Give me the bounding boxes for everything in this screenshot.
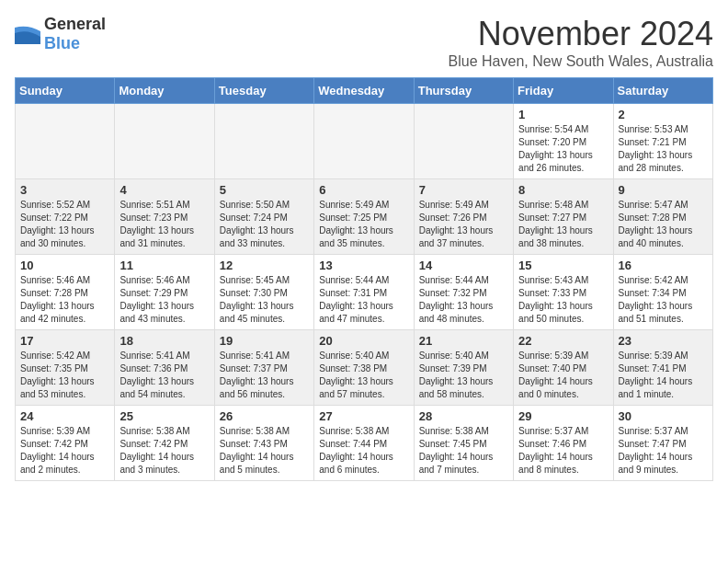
day-number: 13: [319, 259, 408, 272]
calendar-cell: 10Sunrise: 5:46 AM Sunset: 7:28 PM Dayli…: [16, 255, 115, 330]
calendar-cell: 24Sunrise: 5:39 AM Sunset: 7:42 PM Dayli…: [16, 406, 115, 481]
day-info: Sunrise: 5:49 AM Sunset: 7:26 PM Dayligh…: [419, 200, 494, 248]
day-number: 17: [20, 334, 109, 348]
calendar-cell: 26Sunrise: 5:38 AM Sunset: 7:43 PM Dayli…: [214, 406, 313, 481]
week-row-4: 17Sunrise: 5:42 AM Sunset: 7:35 PM Dayli…: [16, 330, 713, 406]
calendar-cell: 12Sunrise: 5:45 AM Sunset: 7:30 PM Dayli…: [214, 255, 313, 330]
day-info: Sunrise: 5:54 AM Sunset: 7:20 PM Dayligh…: [518, 124, 593, 173]
calendar-cell: 16Sunrise: 5:42 AM Sunset: 7:34 PM Dayli…: [613, 255, 712, 330]
logo-general: General: [44, 15, 106, 33]
day-info: Sunrise: 5:37 AM Sunset: 7:47 PM Dayligh…: [619, 426, 693, 475]
day-number: 24: [20, 409, 109, 423]
week-row-2: 3Sunrise: 5:52 AM Sunset: 7:22 PM Daylig…: [16, 179, 713, 255]
calendar-cell: 4Sunrise: 5:51 AM Sunset: 7:23 PM Daylig…: [115, 179, 214, 255]
day-number: 26: [220, 409, 309, 423]
header: General Blue November 2024 Blue Haven, N…: [15, 15, 713, 70]
day-number: 2: [619, 108, 708, 121]
calendar-cell: 14Sunrise: 5:44 AM Sunset: 7:32 PM Dayli…: [414, 255, 513, 330]
day-info: Sunrise: 5:39 AM Sunset: 7:41 PM Dayligh…: [619, 350, 693, 399]
calendar-cell: 22Sunrise: 5:39 AM Sunset: 7:40 PM Dayli…: [514, 330, 613, 406]
calendar-cell: 20Sunrise: 5:40 AM Sunset: 7:38 PM Dayli…: [314, 330, 414, 406]
day-info: Sunrise: 5:42 AM Sunset: 7:35 PM Dayligh…: [20, 350, 95, 399]
day-number: 29: [518, 409, 608, 423]
calendar-cell: 18Sunrise: 5:41 AM Sunset: 7:36 PM Dayli…: [115, 330, 214, 406]
calendar-cell: 25Sunrise: 5:38 AM Sunset: 7:42 PM Dayli…: [115, 406, 214, 481]
logo-icon: [15, 24, 40, 44]
day-info: Sunrise: 5:47 AM Sunset: 7:28 PM Dayligh…: [619, 200, 693, 248]
calendar-cell: 28Sunrise: 5:38 AM Sunset: 7:45 PM Dayli…: [414, 406, 513, 481]
day-number: 5: [220, 183, 309, 197]
day-number: 11: [119, 259, 209, 272]
day-header-sunday: Sunday: [16, 78, 115, 104]
day-number: 21: [419, 334, 508, 348]
day-info: Sunrise: 5:37 AM Sunset: 7:46 PM Dayligh…: [518, 426, 593, 475]
day-number: 27: [319, 409, 408, 423]
day-info: Sunrise: 5:40 AM Sunset: 7:38 PM Dayligh…: [319, 350, 393, 399]
day-number: 14: [419, 259, 508, 272]
day-header-saturday: Saturday: [613, 78, 712, 104]
day-info: Sunrise: 5:39 AM Sunset: 7:42 PM Dayligh…: [20, 426, 95, 475]
calendar-cell: 15Sunrise: 5:43 AM Sunset: 7:33 PM Dayli…: [514, 255, 613, 330]
day-number: 30: [619, 409, 708, 423]
week-row-3: 10Sunrise: 5:46 AM Sunset: 7:28 PM Dayli…: [16, 255, 713, 330]
calendar-cell: [115, 104, 214, 179]
day-number: 6: [319, 183, 408, 197]
day-info: Sunrise: 5:44 AM Sunset: 7:32 PM Dayligh…: [419, 275, 494, 324]
calendar-cell: [16, 104, 115, 179]
day-number: 4: [119, 183, 209, 197]
day-number: 10: [20, 259, 109, 272]
calendar-table: SundayMondayTuesdayWednesdayThursdayFrid…: [15, 77, 713, 481]
calendar-cell: 5Sunrise: 5:50 AM Sunset: 7:24 PM Daylig…: [214, 179, 313, 255]
day-number: 15: [518, 259, 608, 272]
day-info: Sunrise: 5:42 AM Sunset: 7:34 PM Dayligh…: [619, 275, 693, 324]
day-info: Sunrise: 5:38 AM Sunset: 7:42 PM Dayligh…: [119, 426, 194, 475]
day-info: Sunrise: 5:49 AM Sunset: 7:25 PM Dayligh…: [319, 200, 393, 248]
day-number: 28: [419, 409, 508, 423]
day-info: Sunrise: 5:41 AM Sunset: 7:37 PM Dayligh…: [220, 350, 294, 399]
day-info: Sunrise: 5:39 AM Sunset: 7:40 PM Dayligh…: [518, 350, 593, 399]
calendar-cell: 6Sunrise: 5:49 AM Sunset: 7:25 PM Daylig…: [314, 179, 414, 255]
day-number: 25: [119, 409, 209, 423]
calendar-cell: 3Sunrise: 5:52 AM Sunset: 7:22 PM Daylig…: [16, 179, 115, 255]
calendar-cell: 23Sunrise: 5:39 AM Sunset: 7:41 PM Dayli…: [613, 330, 712, 406]
location-title: Blue Haven, New South Wales, Australia: [449, 53, 713, 70]
day-info: Sunrise: 5:46 AM Sunset: 7:29 PM Dayligh…: [119, 275, 194, 324]
day-info: Sunrise: 5:50 AM Sunset: 7:24 PM Dayligh…: [220, 200, 294, 248]
day-number: 1: [518, 108, 608, 121]
day-number: 22: [518, 334, 608, 348]
calendar-cell: 1Sunrise: 5:54 AM Sunset: 7:20 PM Daylig…: [514, 104, 613, 179]
calendar-cell: 8Sunrise: 5:48 AM Sunset: 7:27 PM Daylig…: [514, 179, 613, 255]
calendar-cell: 11Sunrise: 5:46 AM Sunset: 7:29 PM Dayli…: [115, 255, 214, 330]
day-number: 3: [20, 183, 109, 197]
day-header-wednesday: Wednesday: [314, 78, 414, 104]
day-number: 18: [119, 334, 209, 348]
calendar-cell: 19Sunrise: 5:41 AM Sunset: 7:37 PM Dayli…: [214, 330, 313, 406]
calendar-cell: 21Sunrise: 5:40 AM Sunset: 7:39 PM Dayli…: [414, 330, 513, 406]
day-info: Sunrise: 5:48 AM Sunset: 7:27 PM Dayligh…: [518, 200, 593, 248]
day-number: 16: [619, 259, 708, 272]
week-row-5: 24Sunrise: 5:39 AM Sunset: 7:42 PM Dayli…: [16, 406, 713, 481]
calendar-cell: [414, 104, 513, 179]
day-number: 8: [518, 183, 608, 197]
day-info: Sunrise: 5:43 AM Sunset: 7:33 PM Dayligh…: [518, 275, 593, 324]
day-number: 19: [220, 334, 309, 348]
day-header-tuesday: Tuesday: [214, 78, 313, 104]
week-row-1: 1Sunrise: 5:54 AM Sunset: 7:20 PM Daylig…: [16, 104, 713, 179]
day-info: Sunrise: 5:38 AM Sunset: 7:44 PM Dayligh…: [319, 426, 393, 475]
day-number: 12: [220, 259, 309, 272]
day-info: Sunrise: 5:38 AM Sunset: 7:43 PM Dayligh…: [220, 426, 294, 475]
calendar-cell: 9Sunrise: 5:47 AM Sunset: 7:28 PM Daylig…: [613, 179, 712, 255]
calendar-cell: 2Sunrise: 5:53 AM Sunset: 7:21 PM Daylig…: [613, 104, 712, 179]
calendar-cell: [214, 104, 313, 179]
day-number: 20: [319, 334, 408, 348]
day-header-friday: Friday: [514, 78, 613, 104]
day-number: 7: [419, 183, 508, 197]
day-number: 23: [619, 334, 708, 348]
calendar-cell: 17Sunrise: 5:42 AM Sunset: 7:35 PM Dayli…: [16, 330, 115, 406]
day-header-thursday: Thursday: [414, 78, 513, 104]
day-info: Sunrise: 5:52 AM Sunset: 7:22 PM Dayligh…: [20, 200, 95, 248]
day-header-monday: Monday: [115, 78, 214, 104]
day-info: Sunrise: 5:53 AM Sunset: 7:21 PM Dayligh…: [619, 124, 693, 173]
day-info: Sunrise: 5:46 AM Sunset: 7:28 PM Dayligh…: [20, 275, 95, 324]
day-info: Sunrise: 5:41 AM Sunset: 7:36 PM Dayligh…: [119, 350, 194, 399]
